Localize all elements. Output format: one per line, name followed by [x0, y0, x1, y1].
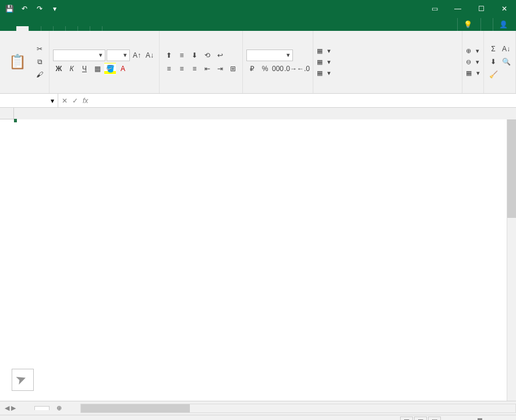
increase-indent-icon[interactable]: ⇥: [214, 63, 226, 75]
active-cell-indicator: [14, 119, 16, 122]
font-size-combo[interactable]: ▾: [107, 50, 130, 61]
borders-button[interactable]: ▦: [91, 63, 103, 75]
normal-view-icon[interactable]: ▦: [400, 417, 413, 421]
cursor-icon: ➤: [13, 370, 29, 389]
conditional-formatting-button[interactable]: ▦ ▾: [317, 46, 331, 56]
insert-cells-button[interactable]: ⊕ ▾: [466, 46, 480, 56]
tab-formulas[interactable]: [53, 26, 65, 31]
zoom-in-icon[interactable]: +: [504, 418, 508, 421]
align-middle-icon[interactable]: ≡: [176, 50, 188, 61]
formula-input[interactable]: [91, 94, 516, 107]
sheet-nav[interactable]: ◀ ▶: [0, 404, 20, 412]
share-icon: 👤: [499, 20, 508, 29]
sheet-tab-diagram[interactable]: [20, 407, 34, 410]
find-icon[interactable]: 🔍: [500, 56, 512, 68]
merge-icon[interactable]: ⊞: [227, 63, 239, 75]
format-as-table-button[interactable]: ▦ ▾: [317, 57, 331, 67]
share-button[interactable]: 👤: [493, 18, 516, 31]
fx-icon[interactable]: fx: [83, 97, 88, 105]
tab-insert[interactable]: [29, 26, 41, 31]
name-box[interactable]: ▾: [0, 94, 58, 107]
enter-formula-icon[interactable]: ✓: [72, 97, 78, 105]
increase-decimal-icon[interactable]: .0→: [285, 63, 296, 75]
align-left-icon[interactable]: ≡: [163, 63, 175, 75]
cut-icon[interactable]: ✂: [34, 43, 45, 55]
formula-bar: ▾ ✕ ✓ fx: [0, 94, 516, 108]
close-icon[interactable]: ✕: [493, 0, 516, 17]
sheet-area: [0, 108, 516, 401]
align-center-icon[interactable]: ≡: [176, 63, 188, 75]
wrap-text-icon[interactable]: ↩: [214, 50, 226, 61]
styles-icon: ▦: [317, 69, 323, 77]
statusbar: ▦ ▥ ▤ − +: [0, 415, 516, 420]
percent-icon[interactable]: %: [259, 63, 271, 75]
delete-icon: ⊖: [466, 58, 471, 66]
qat-customize-icon[interactable]: ▾: [48, 2, 62, 16]
align-top-icon[interactable]: ⬆: [163, 50, 175, 61]
quick-access-toolbar: 💾 ↶ ↷ ▾: [0, 2, 62, 16]
cancel-formula-icon[interactable]: ✕: [62, 97, 68, 105]
select-all-corner[interactable]: [0, 108, 14, 119]
sheet-tabs: ◀ ▶ ⊕: [0, 401, 516, 415]
minimize-icon[interactable]: —: [446, 0, 469, 17]
page-break-view-icon[interactable]: ▤: [428, 417, 441, 421]
tab-developer[interactable]: [102, 26, 114, 31]
column-headers: [14, 108, 516, 119]
new-sheet-button[interactable]: ⊕: [50, 403, 69, 414]
cell-styles-button[interactable]: ▦ ▾: [317, 68, 331, 78]
group-styles: ▦ ▾ ▦ ▾ ▦ ▾: [313, 31, 462, 93]
tab-file[interactable]: [0, 26, 16, 31]
italic-button[interactable]: К: [66, 63, 77, 75]
sheet-tab-list1[interactable]: [34, 406, 50, 410]
ribbon-tabs: 💡 👤: [0, 17, 516, 31]
tab-home[interactable]: [16, 26, 29, 31]
paste-button[interactable]: 📋: [3, 33, 31, 91]
align-bottom-icon[interactable]: ⬇: [189, 50, 200, 61]
insert-icon: ⊕: [466, 47, 471, 55]
hscroll-thumb[interactable]: [81, 404, 189, 412]
tab-review[interactable]: [77, 26, 90, 31]
font-color-button[interactable]: A: [117, 63, 129, 75]
signin[interactable]: [480, 18, 493, 31]
zoom-out-icon[interactable]: −: [447, 418, 450, 421]
maximize-icon[interactable]: ☐: [469, 0, 493, 17]
align-right-icon[interactable]: ≡: [189, 63, 200, 75]
chevron-down-icon: ▾: [123, 51, 127, 59]
sort-filter-icon[interactable]: A↓: [500, 43, 512, 55]
comma-icon[interactable]: 000: [272, 63, 284, 75]
lightbulb-icon: 💡: [464, 20, 472, 29]
format-cells-button[interactable]: ▦ ▾: [466, 68, 480, 78]
increase-font-icon[interactable]: A↑: [131, 50, 143, 61]
font-name-combo[interactable]: ▾: [53, 50, 105, 61]
chevron-down-icon: ▾: [99, 51, 103, 59]
bold-button[interactable]: Ж: [53, 63, 65, 75]
currency-icon[interactable]: ₽: [246, 63, 258, 75]
zoom-control[interactable]: − +: [447, 418, 511, 421]
tab-layout[interactable]: [41, 26, 53, 31]
horizontal-scrollbar[interactable]: [80, 404, 516, 413]
fill-icon[interactable]: ⬇: [487, 56, 499, 68]
save-icon[interactable]: 💾: [2, 2, 16, 16]
vertical-scrollbar[interactable]: [507, 119, 516, 401]
underline-button[interactable]: Ч: [79, 63, 90, 75]
ribbon-options-icon[interactable]: ▭: [423, 0, 446, 17]
fill-color-button[interactable]: 🪣: [104, 63, 116, 75]
tab-view[interactable]: [90, 26, 102, 31]
clear-icon[interactable]: 🧹: [487, 69, 499, 80]
format-painter-icon[interactable]: 🖌: [34, 69, 45, 80]
undo-icon[interactable]: ↶: [17, 2, 31, 16]
decrease-indent-icon[interactable]: ⇤: [202, 63, 213, 75]
decrease-font-icon[interactable]: A↓: [144, 50, 155, 61]
number-format-combo[interactable]: ▾: [246, 50, 293, 61]
tell-me[interactable]: 💡: [457, 18, 480, 31]
orientation-icon[interactable]: ⟲: [202, 50, 213, 61]
delete-cells-button[interactable]: ⊖ ▾: [466, 57, 480, 67]
autosum-icon[interactable]: Σ: [487, 43, 499, 55]
clipboard-icon: 📋: [9, 54, 26, 70]
decrease-decimal-icon[interactable]: ←.0: [298, 63, 309, 75]
page-layout-view-icon[interactable]: ▥: [414, 417, 427, 421]
vscroll-thumb[interactable]: [507, 119, 516, 218]
copy-icon[interactable]: ⧉: [34, 56, 45, 68]
redo-icon[interactable]: ↷: [33, 2, 47, 16]
tab-data[interactable]: [65, 26, 77, 31]
